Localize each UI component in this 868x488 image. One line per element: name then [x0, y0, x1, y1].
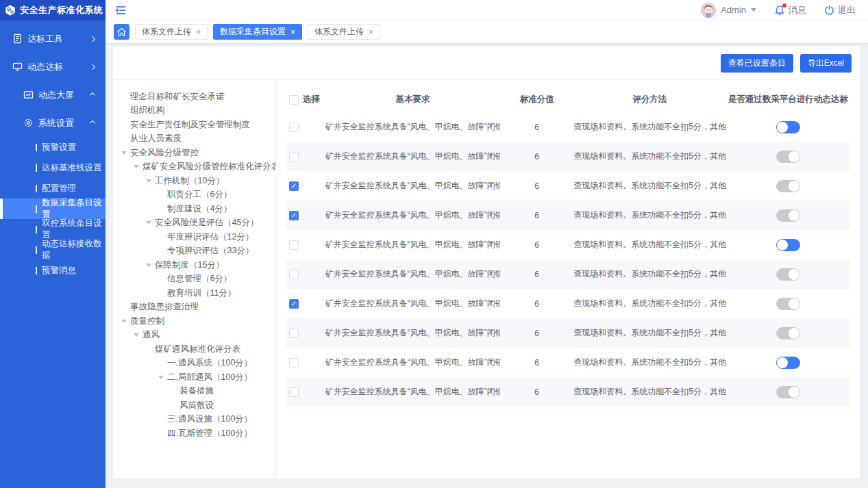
tree-node[interactable]: 职责分工（6分）	[121, 188, 273, 203]
tree-node[interactable]: 组织机构	[121, 104, 273, 118]
tree-node[interactable]: 质量控制	[121, 314, 273, 329]
tree-node[interactable]: 保障制度（15分）	[121, 258, 273, 272]
tree-node[interactable]: 三.通风设施（100分）	[121, 413, 273, 427]
dynamic-toggle[interactable]	[776, 239, 800, 251]
row-checkbox[interactable]	[289, 123, 299, 132]
logout-button[interactable]: 退出	[824, 4, 856, 16]
sidebar-item-dynamic-reach[interactable]: 动态达标	[0, 53, 106, 81]
home-tab-button[interactable]	[114, 24, 129, 40]
sidebar-item-system-settings[interactable]: 系统设置	[0, 109, 106, 137]
tree-expand-icon[interactable]	[121, 151, 130, 155]
sidebar-subitem[interactable]: 数据采集条目设置	[0, 198, 106, 219]
tree-node[interactable]: 一.通风系统（100分）	[121, 357, 273, 371]
tree-node[interactable]: 年度辨识评估（12分）	[121, 230, 273, 244]
tree-expand-icon[interactable]	[146, 221, 155, 224]
tree-expand-icon[interactable]	[121, 320, 130, 323]
sidebar-subitem[interactable]: 预警消息	[0, 260, 106, 281]
tree-node-label: 工作机制（10分）	[155, 175, 224, 187]
tree-node[interactable]: 二.局部通风（100分）	[121, 370, 273, 385]
sidebar-item-reach-tools[interactable]: 达标工具	[0, 25, 106, 53]
tree-expand-icon[interactable]	[146, 179, 155, 183]
tree-node[interactable]: 从业人员素质	[121, 132, 273, 146]
tree-node[interactable]: 理念目标和矿长安全承诺	[121, 90, 273, 104]
subitem-tick-icon	[36, 226, 37, 233]
tree-node[interactable]: 专项辨识评估（33分）	[121, 244, 273, 259]
sidebar-subitem-label: 双控系统条目设置	[42, 218, 106, 241]
dynamic-toggle[interactable]	[776, 151, 800, 163]
row-checkbox[interactable]	[289, 329, 299, 338]
dynamic-toggle[interactable]	[776, 327, 800, 339]
tree-expand-icon[interactable]	[158, 376, 167, 379]
tree-node[interactable]: 通风	[121, 329, 273, 343]
tree-node-label: 事故隐患排查治理	[130, 301, 199, 313]
sidebar-subitem[interactable]: 预警设置	[0, 137, 106, 157]
dynamic-toggle[interactable]	[776, 298, 800, 310]
user-menu[interactable]: Admin	[701, 3, 756, 18]
table-row: 矿井安全监控系统具备“风电、甲烷电、故障”闭锁及手... 6 查现场和资料。系统…	[286, 230, 850, 259]
row-checkbox[interactable]	[289, 299, 299, 309]
dynamic-toggle[interactable]	[776, 268, 800, 281]
tree-node[interactable]: 装备措施	[121, 385, 273, 399]
messages-button[interactable]: 消息	[774, 4, 806, 16]
tree-expand-icon[interactable]	[134, 165, 142, 168]
row-checkbox[interactable]	[289, 358, 299, 368]
sidebar-subitem[interactable]: 动态达标接收数据	[0, 240, 106, 260]
close-icon[interactable]: ×	[290, 28, 295, 36]
row-checkbox[interactable]	[289, 152, 299, 162]
card-toolbar: 查看已设置条目 导出Excel	[113, 47, 860, 80]
cell-score: 6	[500, 358, 573, 368]
cell-score: 6	[500, 211, 573, 220]
row-checkbox[interactable]	[289, 240, 299, 250]
table-header-row: 选择 基本要求 标准分值 评分方法 是否通过数采平台进行动态达标	[286, 87, 850, 112]
toggle-knob	[789, 298, 799, 309]
toggle-knob	[789, 387, 799, 398]
tree-node[interactable]: 工作机制（10分）	[121, 174, 273, 188]
sidebar-subitem[interactable]: 双控系统条目设置	[0, 219, 106, 240]
tree-node[interactable]: 四.瓦斯管理（100分）	[121, 426, 273, 441]
sidebar-item-label: 动态达标	[27, 61, 63, 73]
row-checkbox[interactable]	[289, 181, 299, 191]
tree-node[interactable]: 煤矿安全风险分级管控标准化评分表	[121, 160, 273, 175]
subitem-tick-icon	[36, 164, 37, 172]
row-checkbox[interactable]	[289, 211, 299, 220]
tree-node[interactable]: 安全风险便是评估（45分）	[121, 216, 273, 231]
collapse-sidebar-icon[interactable]	[114, 3, 127, 17]
dynamic-toggle[interactable]	[776, 121, 800, 133]
tree-node[interactable]: 制度建设（4分）	[121, 202, 273, 216]
tree-node[interactable]: 安全生产责任制及安全管理制度	[121, 118, 273, 132]
dynamic-toggle[interactable]	[776, 209, 800, 222]
view-configured-button[interactable]: 查看已设置条目	[721, 54, 793, 73]
dynamic-toggle[interactable]	[776, 386, 800, 398]
sidebar-item-dynamic-screen[interactable]: 动态大屏	[0, 81, 106, 109]
page-tab[interactable]: 数据采集条目设置 ×	[213, 24, 302, 40]
dynamic-toggle[interactable]	[776, 180, 800, 192]
tree-node[interactable]: 安全风险分级管控	[121, 146, 273, 160]
sidebar-submenu: 预警设置 达标基准线设置 配置管理 数据采集条目设置 双控系统条目设置 动态达标…	[0, 137, 106, 281]
close-icon[interactable]: ×	[196, 28, 201, 36]
logo-icon	[4, 4, 16, 16]
sidebar-subitem[interactable]: 配置管理	[0, 178, 106, 198]
select-all-checkbox[interactable]	[289, 95, 299, 105]
row-checkbox[interactable]	[289, 270, 299, 279]
tree-node[interactable]: 信息管理（6分）	[121, 272, 273, 287]
subitem-tick-icon	[36, 205, 37, 213]
tree-expand-icon[interactable]	[146, 264, 155, 267]
tree-node[interactable]: 事故隐患排查治理	[121, 300, 273, 315]
tree-node[interactable]: 教育培训（11分）	[121, 286, 273, 300]
cell-requirement: 矿井安全监控系统具备“风电、甲烷电、故障”闭锁及手...	[325, 180, 500, 192]
tree-node[interactable]: 风筒敷设	[121, 398, 273, 413]
dynamic-toggle[interactable]	[776, 357, 800, 369]
export-excel-button[interactable]: 导出Excel	[800, 54, 852, 73]
row-checkbox[interactable]	[289, 387, 299, 397]
cell-method: 查现场和资料。系统功能不全扣5分，其他不...	[573, 151, 726, 162]
close-icon[interactable]: ×	[369, 28, 373, 36]
tree-expand-icon[interactable]	[134, 333, 142, 337]
page-tab[interactable]: 体系文件上传 ×	[135, 24, 208, 40]
cell-requirement: 矿井安全监控系统具备“风电、甲烷电、故障”闭锁及手...	[325, 121, 500, 133]
sidebar-subitem-label: 预警消息	[42, 265, 76, 277]
table-row: 矿井安全监控系统具备“风电、甲烷电、故障”闭锁及手... 6 查现场和资料。系统…	[286, 171, 850, 201]
tree-node[interactable]: 煤矿通风标准化评分表	[121, 342, 273, 357]
sidebar-subitem[interactable]: 达标基准线设置	[0, 157, 106, 178]
tree-node-label: 四.瓦斯管理（100分）	[167, 428, 252, 439]
page-tab[interactable]: 体系文件上传 ×	[308, 24, 380, 40]
